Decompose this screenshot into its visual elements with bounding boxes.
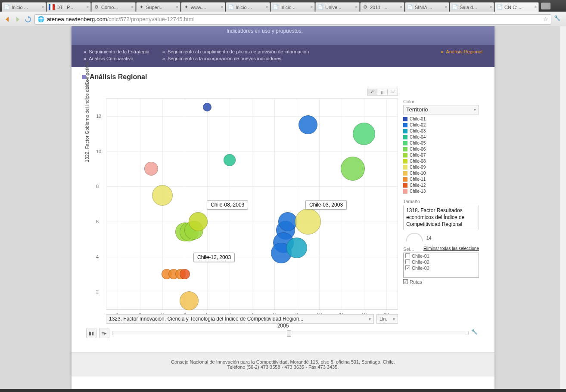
tab[interactable]: 📄Inicio ...×: [2, 2, 46, 12]
select-row[interactable]: ✓Chile-03: [404, 265, 479, 271]
select-row[interactable]: Chile-02: [404, 259, 479, 265]
bubble-Chile-09[interactable]: [295, 209, 321, 235]
bubble-Chile-02[interactable]: [278, 212, 297, 231]
chart-type-buttons: •° ⫼ 〰: [367, 89, 398, 96]
checkbox-icon[interactable]: [405, 259, 410, 264]
tab[interactable]: 📄Inicio ...×: [271, 2, 315, 12]
new-tab-button[interactable]: [541, 3, 550, 9]
back-button[interactable]: [3, 15, 11, 23]
scrollbar[interactable]: [559, 26, 566, 389]
bubble-Chile-04[interactable]: [224, 154, 236, 166]
tab[interactable]: ⚙2011 -...×: [360, 2, 404, 12]
close-icon[interactable]: ×: [131, 5, 134, 9]
tab[interactable]: 📄SINIA ...×: [405, 2, 449, 12]
bubble-Chile-02[interactable]: [299, 115, 317, 134]
hero-text: Indicadores en uso y propuestos.: [227, 28, 303, 34]
close-icon[interactable]: ×: [176, 5, 178, 9]
close-icon[interactable]: ×: [86, 5, 89, 9]
legend-item[interactable]: Chile-09: [403, 164, 484, 170]
play-button[interactable]: ▮▮: [86, 328, 96, 338]
clear-selection-link[interactable]: Eliminar todas las seleccione: [423, 246, 479, 251]
callout: Chile-03, 2003: [305, 200, 347, 210]
legend: Chile-01Chile-02Chile-03Chile-04Chile-05…: [403, 116, 484, 194]
select-list[interactable]: Chile-01Chile-02✓Chile-03: [403, 253, 479, 278]
legend-swatch: [403, 183, 407, 188]
speed-button[interactable]: ≡▸: [99, 328, 109, 338]
tick-y: 10: [96, 149, 101, 154]
legend-item[interactable]: Chile-08: [403, 158, 484, 164]
checkbox-checked-icon[interactable]: ✓: [403, 279, 408, 284]
legend-item[interactable]: Chile-11: [403, 176, 484, 182]
reload-button[interactable]: [24, 15, 32, 23]
nav-seguimiento-indicadores[interactable]: Seguimiento a la incorporación de nuevos…: [162, 56, 309, 61]
close-icon[interactable]: ×: [355, 5, 358, 9]
tab[interactable]: ✦Superi...×: [136, 2, 180, 12]
close-icon[interactable]: ×: [265, 5, 268, 9]
bubble-Chile-10[interactable]: [180, 291, 199, 310]
settings-icon[interactable]: 🔧: [471, 329, 480, 337]
checkbox-icon[interactable]: ✓: [405, 265, 410, 270]
nav-analisis-comparativo[interactable]: Análisis Comparativo: [84, 56, 149, 61]
size-select[interactable]: 1318. Factor Resultados económicos del Í…: [403, 205, 479, 230]
bubble-chart-icon[interactable]: •°: [367, 89, 377, 96]
tick-y: 2: [96, 289, 99, 294]
bookmark-star-icon[interactable]: ☆: [543, 16, 548, 22]
legend-item[interactable]: Chile-10: [403, 170, 484, 176]
bubble-Chile-01[interactable]: [203, 103, 211, 111]
xaxis-scale[interactable]: Lin.: [376, 314, 398, 324]
bubble-Chile-05[interactable]: [353, 123, 375, 145]
tick-y: 6: [96, 219, 99, 224]
tab[interactable]: 📄Unive...×: [315, 2, 360, 12]
bubble-Chile-13[interactable]: [144, 162, 158, 176]
nav-seguimiento-estrategia[interactable]: Seguimiento de la Estrategia: [84, 49, 149, 54]
legend-item[interactable]: Chile-04: [403, 134, 484, 140]
legend-item[interactable]: Chile-03: [403, 128, 484, 134]
tab[interactable]: ✦www....×: [181, 2, 225, 12]
legend-item[interactable]: Chile-13: [403, 188, 484, 194]
checkbox-icon[interactable]: [405, 253, 410, 258]
legend-item[interactable]: Chile-01: [403, 116, 484, 122]
legend-label: Chile-01: [410, 116, 426, 122]
close-icon[interactable]: ×: [310, 5, 313, 9]
xaxis-label: 1323. Factor Innovación, Ciencia y Tecno…: [109, 316, 303, 322]
legend-item[interactable]: Chile-07: [403, 152, 484, 158]
nav-seguimiento-plazos[interactable]: Seguimiento al cumplimiento de plazos de…: [162, 49, 309, 54]
bubble-Chile-06[interactable]: [341, 157, 365, 181]
xaxis-select[interactable]: 1323. Factor Innovación, Ciencia y Tecno…: [106, 314, 374, 324]
legend-swatch: [403, 177, 407, 182]
tab[interactable]: 📄Inicio ...×: [226, 2, 270, 12]
tab[interactable]: DT - P...×: [47, 2, 91, 12]
tab[interactable]: 📄Sala d...×: [450, 2, 494, 12]
plot-area[interactable]: 1234567891011121324681012Chile-08, 2003C…: [106, 98, 398, 310]
tab[interactable]: ⚙Cómo...×: [91, 2, 136, 12]
close-icon[interactable]: ×: [41, 5, 44, 9]
legend-item[interactable]: Chile-05: [403, 140, 484, 146]
trails-toggle[interactable]: ✓Rutas: [403, 279, 484, 284]
bar-chart-icon[interactable]: ⫼: [377, 89, 388, 96]
legend-item[interactable]: Chile-02: [403, 122, 484, 128]
forward-button[interactable]: [14, 15, 22, 23]
timeline-handle[interactable]: [287, 330, 291, 337]
timeline-track[interactable]: [112, 331, 469, 335]
tab-active[interactable]: 📄CNIC: ...×: [494, 2, 539, 12]
select-row[interactable]: Chile-01: [404, 253, 479, 259]
line-chart-icon[interactable]: 〰: [388, 89, 398, 96]
close-icon[interactable]: ×: [534, 5, 537, 9]
url-box[interactable]: 🌐 atenea.newtenberg.com/cnic/572/propert…: [34, 14, 551, 25]
bubble-Chile-12[interactable]: [180, 269, 190, 279]
close-icon[interactable]: ×: [445, 5, 447, 9]
legend-swatch: [403, 147, 407, 151]
bubble-Chile-09[interactable]: [152, 185, 173, 206]
close-icon[interactable]: ×: [489, 5, 492, 9]
bubble-Chile-08[interactable]: [189, 212, 208, 231]
status-bar: [0, 389, 566, 392]
close-icon[interactable]: ×: [400, 5, 402, 9]
legend-item[interactable]: Chile-06: [403, 146, 484, 152]
color-select[interactable]: Territorio: [403, 105, 479, 114]
legend-item[interactable]: Chile-12: [403, 182, 484, 188]
favicon: 📄: [273, 4, 279, 10]
close-icon[interactable]: ×: [221, 5, 223, 9]
nav-analisis-regional[interactable]: Análisis Regional: [441, 49, 482, 54]
wrench-icon[interactable]: 🔧: [554, 15, 563, 24]
bubble-Chile-03[interactable]: [286, 238, 307, 258]
